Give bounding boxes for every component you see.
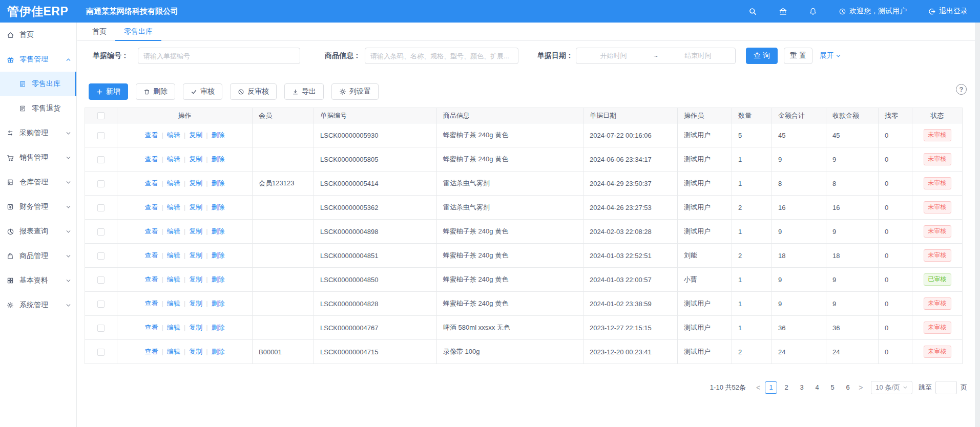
- prev-page-arrow[interactable]: <: [753, 383, 763, 392]
- add-button[interactable]: 新增: [89, 83, 128, 100]
- page-2[interactable]: 2: [780, 381, 793, 394]
- table-row: 查看|编辑|复制|删除 LSCK00000004767 啤酒 580ml xxs…: [85, 316, 963, 340]
- delete-link[interactable]: 删除: [212, 227, 225, 235]
- select-all-checkbox[interactable]: [97, 112, 105, 119]
- sidebar-item-finance-management[interactable]: 财务管理: [0, 195, 76, 219]
- jump-page-input[interactable]: [935, 381, 957, 394]
- row-checkbox[interactable]: [97, 180, 105, 187]
- row-checkbox[interactable]: [97, 252, 105, 260]
- cell-actions: 查看|编辑|复制|删除: [117, 147, 253, 172]
- edit-link[interactable]: 编辑: [167, 251, 180, 259]
- sidebar-item-purchase-management[interactable]: 采购管理: [0, 121, 76, 145]
- audit-button[interactable]: 审核: [183, 83, 222, 100]
- view-link[interactable]: 查看: [144, 348, 158, 355]
- edit-link[interactable]: 编辑: [167, 179, 180, 187]
- sidebar-item-retail-management[interactable]: 零售管理: [0, 47, 76, 72]
- delete-link[interactable]: 删除: [212, 300, 225, 307]
- edit-link[interactable]: 编辑: [167, 131, 180, 139]
- logout-button[interactable]: 退出登录: [928, 7, 968, 16]
- delete-link[interactable]: 删除: [212, 155, 225, 163]
- copy-link[interactable]: 复制: [189, 227, 202, 235]
- search-button[interactable]: 查 询: [746, 48, 778, 64]
- delete-link[interactable]: 删除: [212, 131, 225, 139]
- edit-link[interactable]: 编辑: [167, 275, 180, 283]
- edit-link[interactable]: 编辑: [167, 203, 180, 211]
- row-checkbox[interactable]: [97, 349, 105, 356]
- copy-link[interactable]: 复制: [189, 131, 202, 139]
- next-page-arrow[interactable]: >: [856, 383, 866, 392]
- page-3[interactable]: 3: [796, 381, 808, 394]
- view-link[interactable]: 查看: [144, 155, 158, 163]
- view-link[interactable]: 查看: [144, 251, 158, 259]
- cell-qty: 1: [732, 147, 772, 172]
- view-link[interactable]: 查看: [144, 131, 158, 139]
- delete-link[interactable]: 删除: [212, 348, 225, 355]
- cell-product: 啤酒 580ml xxsxx 无色: [437, 316, 583, 340]
- edit-link[interactable]: 编辑: [167, 300, 180, 307]
- row-checkbox[interactable]: [97, 276, 105, 284]
- view-link[interactable]: 查看: [144, 227, 158, 235]
- bill-no-input[interactable]: [138, 48, 300, 64]
- delete-button[interactable]: 删除: [136, 83, 175, 100]
- copy-link[interactable]: 复制: [189, 324, 202, 331]
- tab-retail-outbound[interactable]: 零售出库: [115, 23, 161, 41]
- copy-link[interactable]: 复制: [189, 275, 202, 283]
- bank-icon[interactable]: [779, 7, 787, 16]
- scrollbar-track[interactable]: [975, 23, 980, 427]
- page-size-select[interactable]: 10 条/页: [871, 381, 912, 394]
- tab-home[interactable]: 首页: [84, 23, 115, 41]
- copy-link[interactable]: 复制: [189, 203, 202, 211]
- copy-link[interactable]: 复制: [189, 300, 202, 307]
- row-checkbox[interactable]: [97, 156, 105, 163]
- view-link[interactable]: 查看: [144, 300, 158, 307]
- date-range-picker[interactable]: 开始时间 ~ 结束时间: [576, 48, 736, 64]
- copy-link[interactable]: 复制: [189, 251, 202, 259]
- delete-link[interactable]: 删除: [212, 275, 225, 283]
- sidebar-item-home[interactable]: 首页: [0, 23, 76, 47]
- edit-link[interactable]: 编辑: [167, 227, 180, 235]
- delete-link[interactable]: 删除: [212, 251, 225, 259]
- view-link[interactable]: 查看: [144, 275, 158, 283]
- copy-link[interactable]: 复制: [189, 348, 202, 355]
- sidebar-item-sales-management[interactable]: 销售管理: [0, 145, 76, 170]
- page-4[interactable]: 4: [811, 381, 823, 394]
- sidebar-item-retail-outbound[interactable]: 零售出库: [0, 72, 76, 96]
- search-icon[interactable]: [748, 7, 757, 16]
- sidebar-item-warehouse-management[interactable]: 仓库管理: [0, 170, 76, 195]
- row-checkbox[interactable]: [97, 325, 105, 332]
- row-checkbox[interactable]: [97, 228, 105, 236]
- page-6[interactable]: 6: [842, 381, 854, 394]
- copy-link[interactable]: 复制: [189, 179, 202, 187]
- sidebar-item-basic-data[interactable]: 基本资料: [0, 268, 76, 293]
- copy-link[interactable]: 复制: [189, 155, 202, 163]
- view-link[interactable]: 查看: [144, 179, 158, 187]
- delete-link[interactable]: 删除: [212, 203, 225, 211]
- column-settings-button[interactable]: 列设置: [331, 83, 379, 100]
- edit-link[interactable]: 编辑: [167, 348, 180, 355]
- sidebar-item-report-query[interactable]: 报表查询: [0, 219, 76, 244]
- export-button[interactable]: 导出: [284, 83, 324, 100]
- sidebar-item-retail-return[interactable]: 零售退货: [0, 96, 76, 121]
- view-link[interactable]: 查看: [144, 324, 158, 331]
- page-5[interactable]: 5: [826, 381, 839, 394]
- edit-link[interactable]: 编辑: [167, 155, 180, 163]
- sidebar-item-system-management[interactable]: 系统管理: [0, 293, 76, 317]
- product-input[interactable]: [365, 48, 518, 64]
- page-1[interactable]: 1: [765, 381, 777, 394]
- delete-link[interactable]: 删除: [212, 324, 225, 331]
- expand-link[interactable]: 展开: [820, 51, 841, 60]
- delete-link[interactable]: 删除: [212, 179, 225, 187]
- row-checkbox[interactable]: [97, 301, 105, 308]
- unaudit-button[interactable]: 反审核: [230, 83, 277, 100]
- help-icon[interactable]: ?: [956, 84, 967, 95]
- cell-product: 蜂蜜柚子茶 240g 黄色: [437, 244, 583, 268]
- view-link[interactable]: 查看: [144, 203, 158, 211]
- bell-icon[interactable]: [809, 7, 817, 15]
- welcome-user[interactable]: 欢迎您，测试用户: [839, 7, 907, 16]
- reset-button[interactable]: 重 置: [784, 48, 812, 64]
- row-checkbox[interactable]: [97, 204, 105, 211]
- row-checkbox[interactable]: [97, 132, 105, 139]
- edit-link[interactable]: 编辑: [167, 324, 180, 331]
- sidebar-item-goods-management[interactable]: 商品管理: [0, 244, 76, 268]
- cell-operator: 测试用户: [678, 123, 732, 147]
